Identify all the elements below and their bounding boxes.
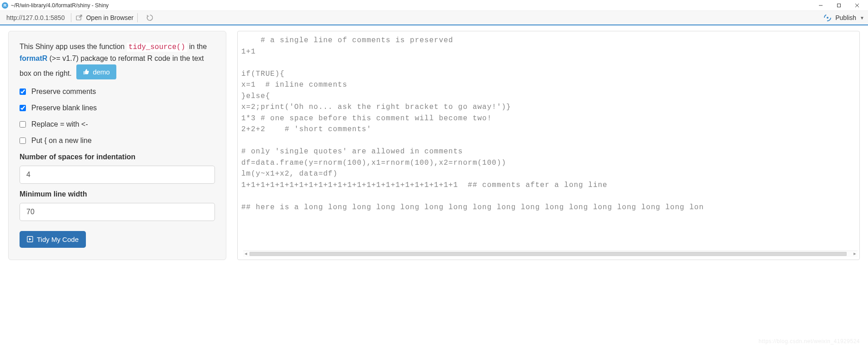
toolbar: http://127.0.0.1:5850 Open in Browser Pu…: [0, 11, 868, 25]
app-icon: R: [2, 2, 8, 9]
tidy-button-label: Tidy My Code: [37, 236, 79, 243]
width-input[interactable]: [20, 203, 215, 221]
checkbox-input[interactable]: [20, 121, 26, 128]
checkbox-input[interactable]: [20, 88, 26, 95]
sidebar-panel: This Shiny app uses the function tidy_so…: [8, 31, 226, 260]
publish-icon: [823, 14, 832, 22]
window-title: ~/R/win-library/4.0/formatR/shiny - Shin…: [11, 2, 109, 9]
checkbox-group: Preserve comments Preserve blank lines R…: [20, 88, 215, 145]
toolbar-divider: [71, 13, 71, 22]
checkbox-input[interactable]: [20, 138, 26, 144]
code-panel: # a single line of comments is preserved…: [237, 31, 860, 260]
intro-text: This Shiny app uses the function tidy_so…: [20, 41, 215, 79]
demo-button-label: demo: [93, 68, 110, 76]
checkbox-input[interactable]: [20, 105, 26, 111]
url-display[interactable]: http://127.0.0.1:5850: [4, 14, 67, 21]
window-controls: [812, 0, 866, 11]
open-in-browser-link[interactable]: Open in Browser: [86, 14, 133, 21]
indent-input[interactable]: [20, 166, 215, 184]
main-content: This Shiny app uses the function tidy_so…: [0, 25, 868, 265]
width-label: Minimum line width: [20, 190, 215, 198]
checkbox-preserve-blank-lines[interactable]: Preserve blank lines: [20, 104, 215, 112]
reload-icon[interactable]: [146, 14, 154, 22]
code-textarea[interactable]: # a single line of comments is preserved…: [241, 35, 859, 250]
tidy-button[interactable]: Tidy My Code: [20, 231, 86, 248]
scroll-right-arrow[interactable]: ►: [852, 251, 858, 257]
close-button[interactable]: [848, 0, 866, 11]
checkbox-replace-equals[interactable]: Replace = with <-: [20, 120, 215, 128]
checkbox-label: Preserve comments: [31, 88, 96, 96]
watermark: https://blog.csdn.net/weixin_41929524: [758, 338, 860, 344]
window-titlebar: R ~/R/win-library/4.0/formatR/shiny - Sh…: [0, 0, 868, 11]
intro-part1: This Shiny app uses the function: [20, 43, 127, 50]
maximize-button[interactable]: [830, 0, 848, 11]
svg-line-2: [855, 4, 859, 7]
checkbox-brace-newline[interactable]: Put { on a new line: [20, 137, 215, 145]
indent-group: Number of spaces for indentation: [20, 153, 215, 184]
width-group: Minimum line width: [20, 190, 215, 221]
thumbs-up-icon: [83, 68, 90, 75]
play-icon: [27, 236, 33, 242]
svg-rect-1: [838, 4, 841, 7]
checkbox-preserve-comments[interactable]: Preserve comments: [20, 88, 215, 96]
formatr-link[interactable]: formatR: [20, 54, 47, 62]
publish-label: Publish: [835, 14, 856, 21]
minimize-button[interactable]: [812, 0, 830, 11]
checkbox-label: Put { on a new line: [31, 137, 92, 145]
svg-line-3: [855, 4, 859, 7]
indent-label: Number of spaces for indentation: [20, 153, 215, 161]
intro-part2: in the: [187, 43, 207, 50]
scrollbar-thumb[interactable]: [249, 252, 847, 256]
scroll-left-arrow[interactable]: ◄: [243, 251, 249, 257]
publish-button[interactable]: Publish ▼: [823, 14, 864, 22]
checkbox-label: Preserve blank lines: [31, 104, 97, 112]
chevron-down-icon: ▼: [860, 15, 864, 20]
checkbox-label: Replace = with <-: [31, 120, 88, 128]
popout-icon[interactable]: [75, 14, 83, 22]
intro-code-fn: tidy_source(): [127, 43, 187, 52]
toolbar-divider: [137, 13, 138, 22]
demo-button[interactable]: demo: [76, 64, 116, 79]
svg-point-7: [827, 17, 828, 19]
horizontal-scrollbar[interactable]: ◄ ►: [243, 251, 858, 257]
